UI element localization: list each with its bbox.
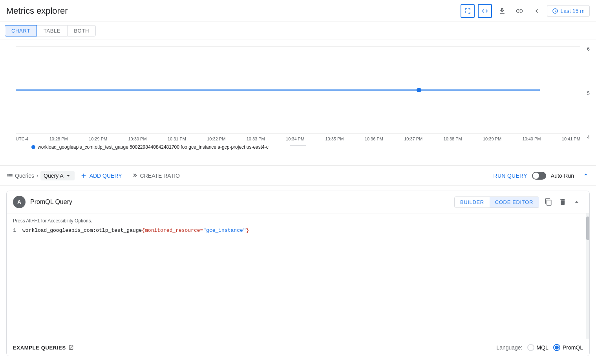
code-button[interactable] xyxy=(478,4,492,18)
svg-point-3 xyxy=(417,88,421,92)
accessibility-hint: Press Alt+F1 for Accessibility Options. xyxy=(7,217,589,227)
auto-run-label: Auto-Run xyxy=(551,173,574,179)
add-query-label: ADD QUERY xyxy=(90,173,122,179)
ratio-icon xyxy=(131,172,138,179)
query-bar: Queries › Query A ADD QUERY CREATE RATIO… xyxy=(0,166,596,186)
x-label-1039: 10:39 PM xyxy=(483,136,501,141)
code-brace-open: { xyxy=(142,228,145,233)
x-label-1031: 10:31 PM xyxy=(168,136,186,141)
code-metric-name: workload_googleapis_com:otlp_test_gauge xyxy=(22,228,142,233)
legend-dot xyxy=(31,145,35,149)
tab-both[interactable]: BOTH xyxy=(67,25,96,36)
code-editor-wrapper: Press Alt+F1 for Accessibility Options. … xyxy=(7,213,589,339)
legend-text: workload_googleapis_com:otlp_test_gauge … xyxy=(38,144,269,150)
time-range-selector[interactable]: Last 15 m xyxy=(547,5,590,17)
page-title: Metrics explorer xyxy=(6,6,68,16)
query-name: Query A xyxy=(44,173,64,179)
scrollbar-track[interactable] xyxy=(586,213,589,339)
query-panel-header: A PromQL Query BUILDER CODE EDITOR xyxy=(7,191,589,213)
fullscreen-button[interactable] xyxy=(461,4,475,18)
queries-label-text: Queries xyxy=(15,173,34,179)
radio-label-promql: PromQL xyxy=(563,344,583,351)
chart-y-labels: 6 5 4 xyxy=(587,46,590,140)
x-label-1041: 10:41 PM xyxy=(562,136,580,141)
tab-table[interactable]: TABLE xyxy=(37,25,67,36)
radio-label-mql: MQL xyxy=(537,344,548,351)
x-label-1037: 10:37 PM xyxy=(404,136,422,141)
example-queries-label: EXAMPLE QUERIES xyxy=(13,345,66,351)
external-link-icon xyxy=(68,345,74,350)
back-button[interactable] xyxy=(530,4,544,18)
x-label-1040: 10:40 PM xyxy=(522,136,541,141)
add-icon xyxy=(80,172,87,179)
x-label-1029: 10:29 PM xyxy=(89,136,107,141)
radio-promql[interactable]: PromQL xyxy=(553,344,583,351)
x-label-utc: UTC-4 xyxy=(16,136,28,141)
scrollbar-thumb xyxy=(586,217,589,240)
x-label-1032: 10:32 PM xyxy=(207,136,225,141)
query-bar-left: Queries › Query A ADD QUERY CREATE RATIO xyxy=(6,171,492,181)
collapse-button[interactable] xyxy=(582,171,590,180)
radio-circle-mql xyxy=(527,344,534,351)
delete-button[interactable] xyxy=(556,196,569,208)
radio-mql[interactable]: MQL xyxy=(527,344,548,351)
tab-code-editor[interactable]: CODE EDITOR xyxy=(490,197,539,207)
line-content-1: workload_googleapis_com:otlp_test_gauge{… xyxy=(22,228,249,233)
code-line-1: 1 workload_googleapis_com:otlp_test_gaug… xyxy=(7,227,589,234)
list-icon xyxy=(6,172,13,179)
create-ratio-label: CREATE RATIO xyxy=(140,173,180,179)
header-actions: Last 15 m xyxy=(461,4,590,18)
download-button[interactable] xyxy=(495,4,509,18)
x-label-1033: 10:33 PM xyxy=(247,136,265,141)
panel-tabs: BUILDER CODE EDITOR xyxy=(454,197,539,208)
query-panel-footer: EXAMPLE QUERIES Language: MQL PromQL xyxy=(7,339,589,356)
language-selector: Language: MQL PromQL xyxy=(496,344,583,351)
query-panel: A PromQL Query BUILDER CODE EDITOR Press… xyxy=(6,191,590,356)
auto-run-toggle[interactable] xyxy=(532,172,546,180)
y-label-5: 5 xyxy=(587,91,590,96)
code-value: "gce_instance" xyxy=(203,228,246,233)
language-label: Language: xyxy=(496,344,522,351)
y-label-6: 6 xyxy=(587,46,590,52)
y-label-4: 4 xyxy=(587,135,590,140)
code-key: monitored_resource xyxy=(145,228,200,233)
x-label-1038: 10:38 PM xyxy=(444,136,462,141)
x-label-1035: 10:35 PM xyxy=(325,136,344,141)
toggle-knob xyxy=(533,173,539,179)
chart-svg xyxy=(16,46,580,134)
example-queries-link[interactable]: EXAMPLE QUERIES xyxy=(13,345,74,351)
x-label-1028: 10:28 PM xyxy=(49,136,68,141)
time-range-label: Last 15 m xyxy=(561,8,585,14)
create-ratio-button[interactable]: CREATE RATIO xyxy=(128,171,183,181)
chart-container: 6 5 4 UTC-4 10:28 PM 10:29 PM 10:30 PM 1… xyxy=(0,40,596,166)
expand-button[interactable] xyxy=(570,196,583,208)
query-bar-right: RUN QUERY Auto-Run xyxy=(494,171,590,180)
run-query-button[interactable]: RUN QUERY xyxy=(494,173,527,179)
panel-actions xyxy=(542,196,583,208)
view-tabs: CHART TABLE BOTH xyxy=(0,22,596,40)
query-avatar: A xyxy=(13,196,26,208)
code-editor[interactable]: Press Alt+F1 for Accessibility Options. … xyxy=(7,213,589,284)
chart-x-labels: UTC-4 10:28 PM 10:29 PM 10:30 PM 10:31 P… xyxy=(16,135,580,141)
tab-builder[interactable]: BUILDER xyxy=(455,197,490,207)
queries-nav[interactable]: Queries xyxy=(6,172,34,179)
header: Metrics explorer Last 15 m xyxy=(0,0,596,22)
query-panel-title: PromQL Query xyxy=(30,198,454,206)
copy-button[interactable] xyxy=(542,196,555,208)
add-query-button[interactable]: ADD QUERY xyxy=(77,171,125,181)
radio-inner-promql xyxy=(555,346,559,349)
line-number-1: 1 xyxy=(7,228,22,233)
x-label-1036: 10:36 PM xyxy=(365,136,383,141)
x-label-1034: 10:34 PM xyxy=(286,136,304,141)
x-label-1030: 10:30 PM xyxy=(128,136,146,141)
tab-chart[interactable]: CHART xyxy=(5,25,37,36)
scroll-indicator xyxy=(290,145,306,146)
code-brace-close: } xyxy=(246,228,249,233)
query-selector[interactable]: Query A xyxy=(40,171,75,180)
dropdown-arrow-icon xyxy=(65,173,71,179)
breadcrumb-chevron: › xyxy=(37,173,38,178)
radio-circle-promql xyxy=(553,344,560,351)
share-button[interactable] xyxy=(512,4,527,18)
